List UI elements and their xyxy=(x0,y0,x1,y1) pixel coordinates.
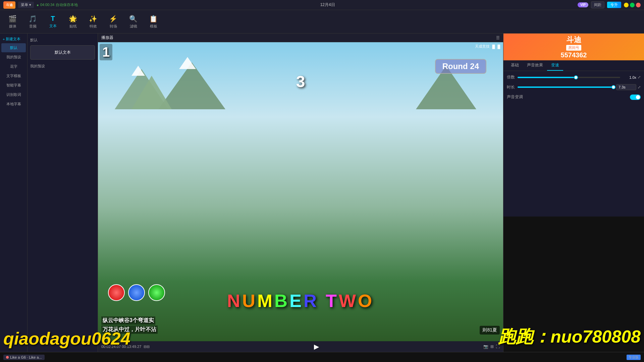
main-layout: + 新建文本 默认 我的预设 花字 文字模板 智能字幕 识别歌词 本地字幕 默认… xyxy=(0,34,644,352)
multiplier-value: 1.0x xyxy=(623,75,636,79)
video-menu-icon[interactable]: ☰ xyxy=(496,36,500,40)
stream-label: 天成竞技 xyxy=(475,44,490,49)
sticker-icon: 🌟 xyxy=(69,15,77,23)
left-section-title: + 新建文本 xyxy=(0,35,27,43)
player-title: 播放器 xyxy=(101,35,113,41)
number-two-display: NUMBER TWO xyxy=(227,290,374,311)
video-control-icons: 📷 ⊞ ⛶ xyxy=(483,344,500,349)
default-text-card[interactable]: 默认文本 xyxy=(30,45,95,60)
sidebar-item-local-caption[interactable]: 本地字幕 xyxy=(1,100,26,109)
sidebar-item-default[interactable]: 默认 xyxy=(1,43,26,52)
template-icon: 📋 xyxy=(149,15,158,23)
play-button[interactable]: ▶ xyxy=(314,343,319,351)
duration-slider[interactable] xyxy=(518,86,613,88)
main-toolbar: 🎬 媒体 🎵 音频 T 文本 🌟 贴纸 ✨ 特效 ⚡ 转场 🔍 滤镜 📋 模板 xyxy=(0,10,644,34)
taskbar-dot xyxy=(6,356,9,359)
tab-speed[interactable]: 变速 xyxy=(547,60,563,71)
autosave-status: ● 04:00:34 自动保存本地 xyxy=(37,2,78,7)
effects-icon: ✨ xyxy=(89,15,97,23)
video-area: 播放器 ☰ 1 天成竞技 ▐▌▐▌ xyxy=(98,34,503,352)
menu-button[interactable]: 菜单 ▾ xyxy=(18,2,34,8)
right-bottom-area xyxy=(503,217,644,352)
pitch-label: 声音变调 xyxy=(507,94,523,100)
sidebar-item-flower[interactable]: 花字 xyxy=(1,62,26,71)
pro-badge: 专业版 xyxy=(627,355,641,360)
brand-number: 5574362 xyxy=(561,51,587,59)
brand-sub-label: 房间号 xyxy=(566,45,581,51)
game-center-number: 3 xyxy=(296,72,305,91)
tab-basic[interactable]: 基础 xyxy=(507,60,523,71)
text-panel: 默认 默认文本 我的预设 xyxy=(28,34,98,352)
tool-transition[interactable]: ⚡ 转场 xyxy=(104,13,122,31)
subtitle-line-2: 万花从中过，片叶不沾 xyxy=(101,325,158,334)
tool-template[interactable]: 📋 模板 xyxy=(144,13,163,31)
video-header: 播放器 ☰ xyxy=(98,34,503,42)
tool-filter[interactable]: 🔍 滤镜 xyxy=(124,13,143,31)
sidebar-item-my-preset[interactable]: 我的预设 xyxy=(1,53,26,62)
sidebar-item-smart-caption[interactable]: 智能字幕 xyxy=(1,81,26,90)
sidebar-item-text-template[interactable]: 文字模板 xyxy=(1,71,26,80)
transition-icon: ⚡ xyxy=(109,15,117,23)
tool-sticker[interactable]: 🌟 贴纸 xyxy=(64,13,82,31)
window-controls xyxy=(624,3,641,7)
tool-effects[interactable]: ✨ 特效 xyxy=(84,13,102,31)
game-scene: 1 天成竞技 ▐▌▐▌ xyxy=(98,42,503,341)
filter-icon: 🔍 xyxy=(129,15,138,23)
date-display: 12月4日 xyxy=(320,2,335,8)
top-bar: 斗迪 菜单 ▾ ● 04:00:34 自动保存本地 12月4日 VIP 间距 专… xyxy=(0,0,644,10)
right-panel: 斗迪 房间号 5574362 基础 声音效果 变速 倍数 1.0x ⤢ 时长 xyxy=(503,34,644,352)
overlay-text: 则81夏 xyxy=(480,326,500,335)
audio-waves: ▐▌▐▌ xyxy=(491,45,501,49)
video-controls: 00:02:24.07 00:13:49.27 ⊟⊟ ▶ 📷 ⊞ ⛶ xyxy=(98,341,503,352)
overlay-text-block: 则81夏 xyxy=(480,326,500,335)
brand-name: 斗迪 xyxy=(567,35,581,45)
grid-icon[interactable]: ⊞ xyxy=(490,344,494,349)
right-content: 倍数 1.0x ⤢ 时长 ⤢ 声音变调 xyxy=(503,71,644,213)
close-button[interactable] xyxy=(636,3,641,7)
media-icon: 🎬 xyxy=(8,15,17,23)
maximize-button[interactable] xyxy=(630,3,635,7)
tool-media[interactable]: 🎬 媒体 xyxy=(3,13,22,31)
screenshot-icon[interactable]: 📷 xyxy=(483,344,488,349)
multiplier-row: 倍数 1.0x ⤢ xyxy=(507,74,641,80)
my-preset-section-header: 我的预设 xyxy=(30,62,95,70)
subtitle-line-1: 纵云中峡谷3个弯道实 xyxy=(101,316,155,325)
tab-sound-effects[interactable]: 声音效果 xyxy=(523,60,547,71)
top-bar-left: 斗迪 菜单 ▾ ● 04:00:34 自动保存本地 xyxy=(3,1,78,9)
video-preview: 1 天成竞技 ▐▌▐▌ xyxy=(98,42,503,341)
multiplier-slider[interactable] xyxy=(518,77,620,78)
taskbar-right: 专业版 xyxy=(627,355,641,360)
left-panel: + 新建文本 默认 我的预设 花字 文字模板 智能字幕 识别歌词 本地字幕 xyxy=(0,34,28,352)
pitch-toggle[interactable] xyxy=(630,95,641,100)
brand-logo-area: 斗迪 房间号 5574362 xyxy=(503,34,644,60)
duration-row: 时长 ⤢ xyxy=(507,84,641,90)
duration-input[interactable] xyxy=(616,84,636,90)
app-logo: 斗迪 xyxy=(3,1,15,9)
fullscreen-icon[interactable]: ⛶ xyxy=(496,344,500,349)
sidebar-item-song-lyrics[interactable]: 识别歌词 xyxy=(1,90,26,99)
taskbar-app-item[interactable]: Like a G6 · Like a... xyxy=(3,355,45,360)
right-tabs: 基础 声音效果 变速 xyxy=(503,60,644,71)
default-section-header: 默认 xyxy=(30,36,95,44)
vip-badge: VIP xyxy=(578,2,588,7)
taskbar: Like a G6 · Like a... 专业版 xyxy=(0,352,644,362)
text-icon: T xyxy=(51,15,55,22)
tool-text[interactable]: T 文本 xyxy=(44,13,62,30)
streamer-info: 天成竞技 ▐▌▐▌ xyxy=(475,44,501,49)
duration-expand-icon[interactable]: ⤢ xyxy=(638,85,641,89)
top-bar-right: VIP 间距 专升 xyxy=(578,1,641,8)
subtitle-block: 纵云中峡谷3个弯道实 万花从中过，片叶不沾 xyxy=(101,316,500,335)
minimize-button[interactable] xyxy=(624,3,629,7)
multiplier-expand-icon[interactable]: ⤢ xyxy=(638,75,641,79)
duration-label: 时长 xyxy=(507,84,515,90)
rooms-button[interactable]: 间距 xyxy=(591,1,604,8)
upgrade-button[interactable]: 专升 xyxy=(607,2,621,8)
multiplier-label: 倍数 xyxy=(507,74,515,80)
pitch-row: 声音变调 xyxy=(507,94,641,100)
current-timecode: 00:02:24.07 00:13:49.27 ⊟⊟ xyxy=(101,345,150,349)
audio-icon: 🎵 xyxy=(29,15,37,23)
tool-audio[interactable]: 🎵 音频 xyxy=(23,13,42,31)
round-badge: Round 24 xyxy=(435,59,486,74)
